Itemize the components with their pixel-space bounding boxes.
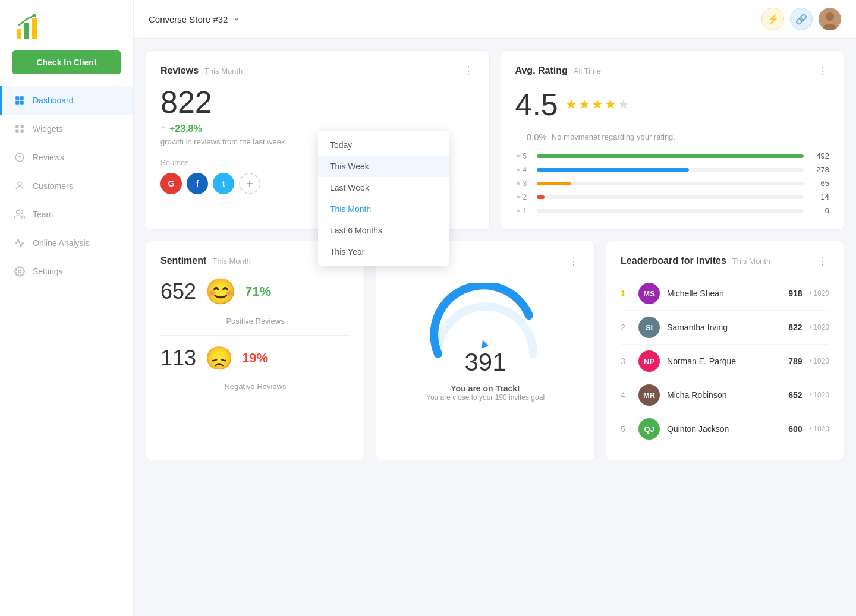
svg-rect-10 <box>15 130 18 133</box>
reviews-count: 822 <box>160 87 475 118</box>
sidebar-item-team[interactable]: Team <box>0 200 133 229</box>
dropdown-item-last-week[interactable]: Last Week <box>318 177 449 198</box>
positive-sentiment-row: 652 😊 71% <box>160 277 350 306</box>
lb-score-4: 600 <box>788 424 802 434</box>
invites-more-button[interactable]: ⋮ <box>568 255 580 266</box>
rank-3: 3 <box>621 356 631 366</box>
dropdown-item-today[interactable]: Today <box>318 134 449 156</box>
table-row: 1 MS Michelle Shean 918 / 1020 <box>621 277 829 311</box>
star-2: ★ <box>578 97 590 112</box>
star-4: ★ <box>605 97 616 112</box>
up-arrow-icon: ↑ <box>160 122 166 135</box>
svg-rect-6 <box>15 101 19 105</box>
star-label-3: ★ 3 <box>515 179 532 188</box>
bar-fill-2 <box>537 195 545 199</box>
dropdown-item-last-6-months[interactable]: Last 6 Months <box>318 220 449 241</box>
svg-point-15 <box>18 270 21 273</box>
svg-rect-5 <box>20 96 24 100</box>
negative-count: 113 <box>160 346 196 371</box>
dropdown-item-this-year[interactable]: This Year <box>318 241 449 263</box>
facebook-source-icon[interactable]: f <box>187 173 208 194</box>
google-source-icon[interactable]: G <box>160 173 182 194</box>
add-source-icon[interactable]: + <box>239 173 260 194</box>
header-actions: ⚡ 🔗 <box>761 8 841 30</box>
team-icon <box>14 209 26 220</box>
bar-count-3: 65 <box>808 179 829 188</box>
store-selector[interactable]: Converse Store #32 <box>149 14 241 24</box>
dropdown-item-this-week[interactable]: This Week <box>318 156 449 177</box>
rating-bar-row-2: ★ 2 14 <box>515 192 830 201</box>
sidebar-item-customers[interactable]: Customers <box>0 172 133 200</box>
sidebar-item-settings[interactable]: Settings <box>0 257 133 286</box>
checkin-button[interactable]: Check In Client <box>12 50 121 74</box>
user-avatar[interactable] <box>819 8 841 30</box>
reviews-card-header: Reviews This Month ⋮ <box>160 65 475 76</box>
nav-menu: Dashboard Widgets Reviews Customers Team <box>0 86 133 286</box>
reviews-card-title: Reviews <box>160 65 199 76</box>
star-label-2: ★ 2 <box>515 193 532 201</box>
lb-total-3: / 1020 <box>810 391 829 399</box>
reviews-growth-value: +23.8% <box>169 124 202 134</box>
invites-card: Invites Goal ⋮ 391 You are o <box>376 241 595 460</box>
reviews-card-more-button[interactable]: ⋮ <box>463 65 475 76</box>
svg-point-14 <box>17 210 20 214</box>
svg-rect-11 <box>21 130 24 133</box>
lb-name-3: Micha Robinson <box>667 390 781 400</box>
bar-count-2: 14 <box>808 192 829 201</box>
invites-count: 391 <box>465 348 506 377</box>
sidebar-item-widgets[interactable]: Widgets <box>0 115 133 143</box>
lightning-button[interactable]: ⚡ <box>761 8 784 30</box>
sidebar-item-reviews-label: Reviews <box>33 153 64 162</box>
rating-card-more-button[interactable]: ⋮ <box>817 65 829 76</box>
settings-icon <box>14 266 26 277</box>
leaderboard-title: Leaderboard for Invites <box>621 255 726 266</box>
content-area: Reviews This Month ⋮ 822 ↑ +23.8% growth… <box>134 39 856 616</box>
sidebar-item-team-label: Team <box>33 210 53 219</box>
lb-total-4: / 1020 <box>810 425 829 433</box>
table-row: 2 SI Samantha Irving 822 / 1020 <box>621 311 829 345</box>
star-label-1: ★ 1 <box>515 207 532 215</box>
negative-sentiment-row: 113 😞 19% <box>160 345 350 371</box>
header: Converse Store #32 ⚡ 🔗 <box>134 0 856 39</box>
dropdown-item-this-month[interactable]: This Month <box>318 198 449 220</box>
negative-pct: 19% <box>242 350 268 366</box>
sidebar-item-reviews[interactable]: Reviews <box>0 143 133 172</box>
bar-fill-3 <box>537 182 571 185</box>
sidebar: Check In Client Dashboard Widgets Review… <box>0 0 134 616</box>
svg-marker-19 <box>479 339 489 348</box>
rank-2: 2 <box>621 323 631 332</box>
leaderboard-card: Leaderboard for Invites This Month ⋮ 1 M… <box>606 241 844 460</box>
positive-label: Positive Reviews <box>160 317 350 326</box>
bar-track-4 <box>537 168 804 172</box>
lb-total-0: / 1020 <box>810 289 829 298</box>
positive-count: 652 <box>160 279 196 304</box>
leaderboard-period: This Month <box>732 257 770 266</box>
sentiment-card-title: Sentiment <box>160 255 206 266</box>
star-label-4: ★ 4 <box>515 166 532 174</box>
star-label-5: ★ 5 <box>515 152 532 160</box>
bottom-cards-row: Sentiment This Month ⋮ 652 😊 71% Positiv… <box>146 241 844 460</box>
leaderboard-more-button[interactable]: ⋮ <box>817 255 829 266</box>
rating-card-header: Avg. Rating All Time ⋮ <box>515 65 830 76</box>
sidebar-item-online-analysis[interactable]: Online Analysis <box>0 229 133 257</box>
store-name: Converse Store #32 <box>149 14 228 24</box>
svg-rect-8 <box>15 125 18 128</box>
rating-bar-row-3: ★ 3 65 <box>515 179 830 188</box>
rating-card-title: Avg. Rating <box>515 65 568 76</box>
star-5: ★ <box>618 97 630 112</box>
invites-sub-text: You are close to your 190 invites goal <box>426 393 545 402</box>
lb-avatar-3: MR <box>638 384 660 406</box>
sidebar-item-dashboard[interactable]: Dashboard <box>0 86 133 115</box>
svg-rect-7 <box>20 101 24 105</box>
bar-count-4: 278 <box>808 165 829 174</box>
leaderboard-card-header: Leaderboard for Invites This Month ⋮ <box>621 255 829 266</box>
svg-point-3 <box>33 14 36 17</box>
invites-track-text: You are on Track! <box>451 384 520 393</box>
lb-score-0: 918 <box>788 289 802 298</box>
bar-track-3 <box>537 182 804 185</box>
link-button[interactable]: 🔗 <box>790 8 813 30</box>
twitter-source-icon[interactable]: t <box>213 173 234 194</box>
star-3: ★ <box>591 97 603 112</box>
positive-pct: 71% <box>245 284 271 299</box>
lb-score-1: 822 <box>788 323 802 332</box>
